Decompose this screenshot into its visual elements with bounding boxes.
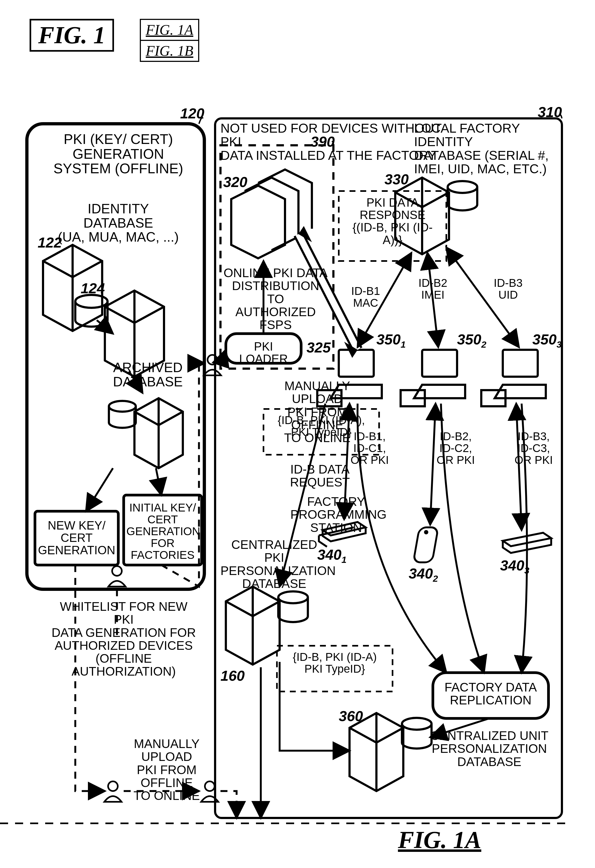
svg-rect-19 xyxy=(422,350,457,377)
svg-line-37 xyxy=(430,404,436,525)
ref-122: 122 xyxy=(38,234,62,251)
svg-rect-17 xyxy=(339,350,374,377)
svg-line-29 xyxy=(156,468,161,495)
label-id-b-request: ID-B DATA REQUEST xyxy=(285,463,355,489)
figure-sub-1b: FIG. 1B xyxy=(140,40,199,61)
svg-point-24 xyxy=(424,530,428,534)
svg-point-26 xyxy=(402,718,432,730)
ref-320: 320 xyxy=(223,174,247,190)
label-archived-db: ARCHIVED DATABASE xyxy=(110,360,186,389)
svg-line-30 xyxy=(86,468,113,511)
label-local-factory-db: LOCAL FACTORY IDENTITY DATABASE (SERIAL … xyxy=(414,122,559,176)
ref-340-2: 3402 xyxy=(409,565,438,584)
label-whitelist: WHITELIST FOR NEW PKI DATA GENERATION FO… xyxy=(51,600,196,678)
ref-340-1: 3401 xyxy=(317,546,346,565)
ref-310: 310 xyxy=(538,103,562,120)
label-id-tuple3: ID-B3, ID-C3, OR PKI xyxy=(514,431,554,466)
figure-main-title: FIG. 1 xyxy=(29,19,114,52)
label-idb2-imei: ID-B2 IMEI xyxy=(414,277,452,301)
label-new-key-gen: NEW KEY/ CERT GENERATION xyxy=(38,519,116,557)
label-identity-db: IDENTITY DATABASE (UA, MUA, MAC, ...) xyxy=(51,202,186,244)
label-central-unit-db: CENTRALIZED UNIT PERSONALIZATION DATABAS… xyxy=(430,729,548,768)
svg-point-10 xyxy=(112,566,122,576)
label-pki-loader: PKI LOADER xyxy=(231,340,296,365)
ref-325: 325 xyxy=(306,339,331,356)
label-id-tuple2: ID-B2, ID-C2, OR PKI xyxy=(436,431,476,466)
ref-390: 390 xyxy=(311,133,335,150)
label-factory-replication: FACTORY DATA REPLICATION xyxy=(438,681,543,707)
label-manual-upload-left: MANUALLY UPLOAD PKI FROM OFFLINE TO ONLI… xyxy=(110,737,223,802)
svg-line-38 xyxy=(516,404,521,530)
ref-124: 124 xyxy=(81,280,105,297)
ref-350-2: 3502 xyxy=(457,331,486,350)
figure-sub-1a: FIG. 1A xyxy=(140,19,199,40)
label-initial-key-gen: INITIAL KEY/ CERT GENERATION FOR FACTORI… xyxy=(127,502,199,561)
diagram-root: PKI (KEY/ CERT) GENERATION SYSTEM (OFFLI… xyxy=(27,108,568,834)
svg-rect-21 xyxy=(503,350,538,377)
ref-350-3: 3503 xyxy=(532,331,562,350)
label-idb3-uid: ID-B3 UID xyxy=(489,277,527,301)
label-pki-data-response: PKI DATA RESPONSE {(ID-B, PKI (ID-A))} xyxy=(343,196,442,246)
ref-350-1: 3501 xyxy=(376,331,406,350)
label-centralized-pki-db: CENTRALIZED PKI PERSONALIZATION DATABASE xyxy=(221,538,328,590)
svg-point-25 xyxy=(278,591,308,603)
label-pki-gen-title: PKI (KEY/ CERT) GENERATION SYSTEM (OFFLI… xyxy=(38,132,199,176)
figure-subfig-table: FIG. 1A FIG. 1B xyxy=(140,19,199,62)
ref-340-3: 3403 xyxy=(500,557,529,576)
svg-point-15 xyxy=(109,401,136,412)
label-tuple-mid: {ID-B, PKI (ID-A), PKI TypeID} xyxy=(268,414,375,438)
label-factory-station: FACTORY PROGRAMMING STATION xyxy=(290,495,382,534)
label-online-pki: ONLINE PKI DATA DISTRIBUTION TO AUTHORIZ… xyxy=(223,266,328,331)
svg-point-16 xyxy=(448,181,477,193)
label-idb1-mac: ID-B1 MAC xyxy=(347,285,384,309)
ref-330: 330 xyxy=(384,171,409,187)
ref-120: 120 xyxy=(180,105,204,122)
ref-360: 360 xyxy=(339,708,363,724)
label-tuple-bottom: {ID-B, PKI (ID-A) PKI TypeID} xyxy=(281,651,389,675)
ref-160: 160 xyxy=(221,667,244,684)
